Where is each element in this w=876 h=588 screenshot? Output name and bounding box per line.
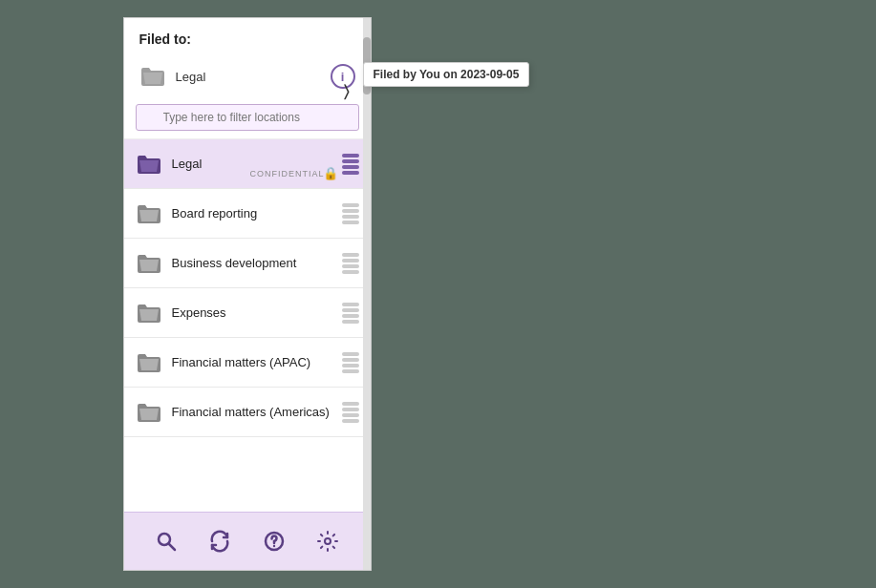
drag-handle-financial-americas[interactable] <box>342 402 359 423</box>
bar <box>342 215 359 219</box>
folder-icon-legal <box>136 154 162 175</box>
filed-to-item-label: Legal <box>176 70 331 84</box>
folder-icon-business-development <box>136 253 162 274</box>
item-label-financial-apac: Financial matters (APAC) <box>172 355 334 369</box>
settings-icon <box>316 530 339 553</box>
folder-icon-expenses <box>136 303 162 324</box>
list-item-financial-matters-americas[interactable]: Financial matters (Americas) <box>124 388 371 437</box>
folder-icon-board-reporting <box>136 203 162 224</box>
bar <box>342 154 359 158</box>
bar <box>342 308 359 312</box>
list-item-financial-matters-apac[interactable]: Financial matters (APAC) <box>124 338 371 388</box>
bar <box>342 165 359 169</box>
drag-handle-legal[interactable] <box>342 154 359 175</box>
scrollbar[interactable] <box>363 18 371 570</box>
bar <box>342 352 359 356</box>
svg-point-3 <box>273 545 275 547</box>
item-label-business-development: Business development <box>172 256 334 270</box>
drag-handle-financial-apac[interactable] <box>342 352 359 373</box>
svg-point-4 <box>325 538 331 544</box>
confidential-tag: CONFIDENTIAL <box>249 169 324 178</box>
bar <box>342 159 359 163</box>
bar <box>342 259 359 262</box>
refresh-button[interactable] <box>203 524 237 558</box>
bar <box>342 358 359 362</box>
bar <box>342 402 359 406</box>
filter-wrapper: ☷ <box>136 104 359 131</box>
bar <box>342 413 359 417</box>
bar <box>342 314 359 318</box>
list-item-business-development[interactable]: Business development <box>124 239 371 288</box>
search-button[interactable] <box>149 524 183 558</box>
bar <box>342 209 359 213</box>
list-item-legal[interactable]: Legal CONFIDENTIAL 🔒 <box>124 139 371 189</box>
filed-to-row: Legal i Filed by You on 2023-09-05 〉 <box>124 56 371 96</box>
help-button[interactable] <box>257 524 291 558</box>
bar <box>342 303 359 306</box>
refresh-icon <box>208 530 231 553</box>
lock-icon: 🔒 <box>323 166 338 180</box>
item-label-board-reporting: Board reporting <box>172 206 334 220</box>
folder-icon-filed <box>139 66 166 87</box>
location-list: Legal CONFIDENTIAL 🔒 Boar <box>124 139 371 512</box>
help-icon <box>263 530 286 553</box>
bar <box>342 203 359 207</box>
bar <box>342 320 359 324</box>
folder-icon-financial-apac <box>136 352 162 373</box>
drag-handle-board-reporting[interactable] <box>342 203 359 224</box>
list-item-expenses[interactable]: Expenses <box>124 288 371 338</box>
bar <box>342 369 359 373</box>
filter-input[interactable] <box>136 104 359 131</box>
info-icon: i <box>341 70 345 84</box>
filed-to-header: Filed to: <box>124 18 371 56</box>
bar <box>342 364 359 368</box>
main-panel: Filed to: Legal i Filed by You on 2023-0… <box>123 17 754 571</box>
bottom-toolbar <box>124 512 371 570</box>
cursor-icon: 〉 <box>344 83 349 100</box>
bar <box>342 220 359 224</box>
bar <box>342 264 359 268</box>
drag-handle-expenses[interactable] <box>342 303 359 324</box>
filed-to-title: Filed to: <box>139 32 191 47</box>
info-tooltip: Filed by You on 2023-09-05 <box>363 62 530 87</box>
info-button[interactable]: i Filed by You on 2023-09-05 〉 <box>331 64 355 89</box>
drag-handle-business-development[interactable] <box>342 253 359 274</box>
left-panel: Filed to: Legal i Filed by You on 2023-0… <box>123 17 372 571</box>
bar <box>342 171 359 175</box>
search-icon <box>155 530 178 553</box>
right-panel <box>372 17 754 571</box>
svg-line-1 <box>169 544 175 550</box>
item-label-expenses: Expenses <box>172 305 334 320</box>
settings-button[interactable] <box>310 524 345 558</box>
item-label-financial-americas: Financial matters (Americas) <box>172 405 334 419</box>
bar <box>342 408 359 411</box>
filter-row: ☷ <box>124 96 371 139</box>
folder-icon-financial-americas <box>136 402 162 423</box>
bar <box>342 270 359 274</box>
list-item-board-reporting[interactable]: Board reporting <box>124 189 371 239</box>
bar <box>342 253 359 257</box>
bar <box>342 419 359 423</box>
